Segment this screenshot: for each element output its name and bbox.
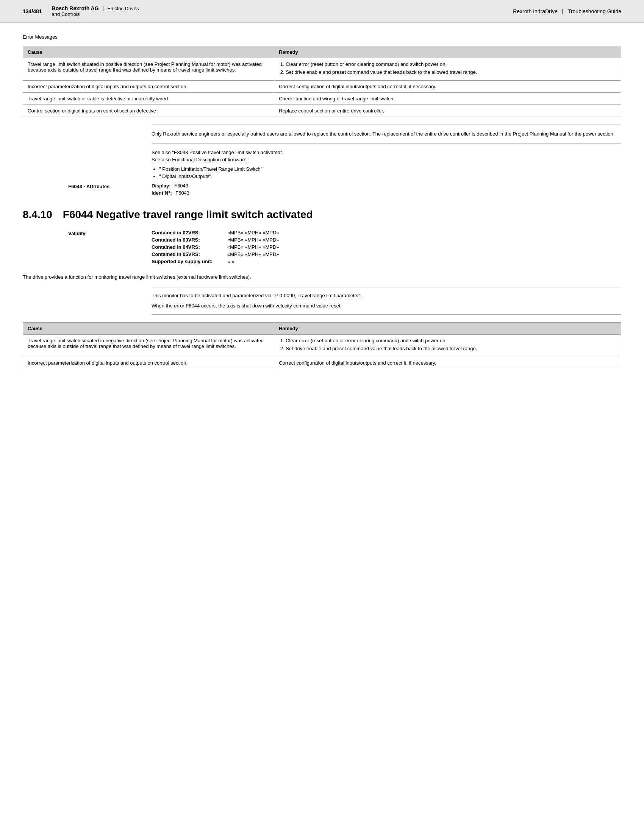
- page: 134/481 Bosch Rexroth AG | Electric Driv…: [0, 0, 644, 833]
- validity-row-03vrs: Contained in 03VRS: «MPB» «MPH» «MPD»: [151, 237, 279, 243]
- validity-label: Validity: [68, 230, 151, 236]
- table1-remedy-header: Remedy: [274, 46, 621, 58]
- validity-row-supply: Supported by supply unit: «-»: [151, 259, 279, 264]
- validity-row-05vrs: Contained in 05VRS: «MPB» «MPH» «MPD»: [151, 251, 279, 257]
- header-right: Rexroth IndraDrive | Troubleshooting Gui…: [513, 8, 621, 14]
- table-row: Control section or digital inputs on con…: [23, 105, 621, 117]
- validity-rows: Contained in 02VRS: «MPB» «MPH» «MPD» Co…: [151, 230, 279, 266]
- note-block-1: Only Rexroth service engineers or especi…: [151, 125, 621, 143]
- fcode-label: F6043 - Attributes: [68, 183, 151, 189]
- cause-cell: Travel range limit switch situated in ne…: [23, 334, 274, 357]
- table-row: Travel range limit switch situated in po…: [23, 58, 621, 80]
- table2-cause-header: Cause: [23, 322, 274, 334]
- list-item: Set drive enable and preset command valu…: [286, 346, 617, 351]
- table-row: Travel range limit switch situated in ne…: [23, 334, 621, 357]
- content: Error Messages Cause Remedy Travel range…: [0, 23, 644, 392]
- chapter-heading: 8.4.10 F6044 Negative travel range limit…: [23, 209, 621, 221]
- remedy-cell: Check function and wiring of travel rang…: [274, 93, 621, 105]
- remedy-cell: Replace control section or entire drive …: [274, 105, 621, 117]
- bullet-item: " Position Limitation/Travel Range Limit…: [159, 166, 621, 172]
- fcode-display-row: Display: F6043: [151, 183, 189, 188]
- chapter-number: 8.4.10: [23, 209, 52, 221]
- remedy-cell: Clear error (reset button or error clear…: [274, 334, 621, 357]
- description-paragraph: The drive provides a function for monito…: [23, 273, 621, 281]
- see-also-block: See also "E8043 Positive travel range li…: [151, 150, 621, 162]
- list-item: Clear error (reset button or error clear…: [286, 61, 617, 67]
- indented-note-block: This monitor has to be activated and par…: [151, 287, 621, 315]
- cause-cell: Control section or digital inputs on con…: [23, 105, 274, 117]
- remedy-cell: Correct configuration of digital inputs/…: [274, 80, 621, 93]
- cause-remedy-table-1: Cause Remedy Travel range limit switch s…: [23, 46, 621, 117]
- fcode-attributes: F6043 - Attributes Display: F6043 Ident …: [68, 183, 621, 197]
- table2-remedy-header: Remedy: [274, 322, 621, 334]
- cause-cell: Incorrect parameterization of digital in…: [23, 357, 274, 369]
- page-number: 134/481: [23, 8, 42, 14]
- cause-cell: Travel range limit switch situated in po…: [23, 58, 274, 80]
- bullet-item: " Digital Inputs/Outputs".: [159, 174, 621, 179]
- table-row: Travel range limit switch or cable is de…: [23, 93, 621, 105]
- fcode-ident-row: Ident N°: F6043: [151, 190, 189, 196]
- remedy-cell: Correct configuration of digital inputs/…: [274, 357, 621, 369]
- chapter-title: F6044 Negative travel range limit switch…: [63, 209, 313, 221]
- page-header: 134/481 Bosch Rexroth AG | Electric Driv…: [0, 0, 644, 23]
- cause-cell: Travel range limit switch or cable is de…: [23, 93, 274, 105]
- list-item: Set drive enable and preset command valu…: [286, 69, 617, 75]
- list-item: Clear error (reset button or error clear…: [286, 338, 617, 343]
- table1-cause-header: Cause: [23, 46, 274, 58]
- section-label: Error Messages: [23, 34, 621, 40]
- validity-block: Validity Contained in 02VRS: «MPB» «MPH»…: [68, 230, 621, 266]
- validity-row-04vrs: Contained in 04VRS: «MPB» «MPH» «MPD»: [151, 244, 279, 250]
- header-company: Bosch Rexroth AG | Electric Drives and C…: [52, 5, 139, 17]
- cause-remedy-table-2: Cause Remedy Travel range limit switch s…: [23, 322, 621, 369]
- fcode-details: Display: F6043 Ident N°: F6043: [151, 183, 189, 197]
- table-row: Incorrect parameterization of digital in…: [23, 80, 621, 93]
- bullet-list: " Position Limitation/Travel Range Limit…: [159, 166, 621, 179]
- header-left: 134/481 Bosch Rexroth AG | Electric Driv…: [23, 5, 139, 17]
- table-row: Incorrect parameterization of digital in…: [23, 357, 621, 369]
- remedy-cell: Clear error (reset button or error clear…: [274, 58, 621, 80]
- validity-row-02vrs: Contained in 02VRS: «MPB» «MPH» «MPD»: [151, 230, 279, 235]
- cause-cell: Incorrect parameterization of digital in…: [23, 80, 274, 93]
